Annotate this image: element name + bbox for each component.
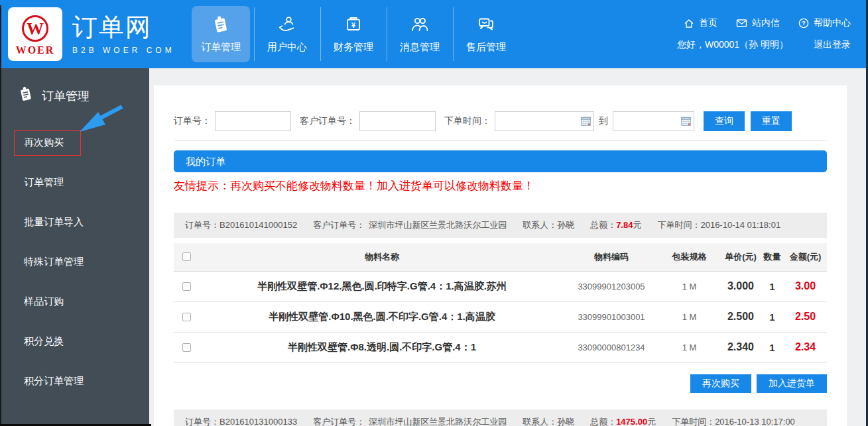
unit-price: 2.340	[721, 332, 761, 362]
home-icon	[684, 19, 694, 28]
quantity: 1	[761, 332, 784, 362]
sidebar-item-sample-order[interactable]: 样品订购	[0, 282, 149, 321]
main-nav: 订单管理 用户中心	[188, 0, 519, 68]
table-row: 半刚性双壁管.Φ10.黑色.圆.不印字.G管.4：1.高温胶 330999010…	[174, 301, 827, 332]
sidebar-item-buy-again[interactable]: 再次购买	[0, 123, 149, 162]
nav-item-user-center[interactable]: 用户中心	[254, 0, 320, 68]
row-checkbox[interactable]	[182, 313, 191, 321]
order-time-label: 下单时间：	[657, 220, 700, 230]
col-material-code: 物料编码	[565, 243, 658, 271]
quantity: 1	[761, 301, 784, 332]
home-link[interactable]: 首页	[684, 17, 717, 29]
nav-item-order-management[interactable]: 订单管理	[188, 0, 254, 68]
user-center-icon	[277, 15, 297, 37]
reset-button[interactable]: 重置	[751, 111, 792, 131]
order-no-input[interactable]	[215, 111, 291, 131]
quantity: 1	[761, 271, 784, 301]
sidebar-item-points-order-management[interactable]: 积分订单管理	[0, 361, 149, 401]
material-name: 半刚性双壁管.Φ12.黑色.圆.印特字.G管.4：1.高温胶.苏州	[199, 271, 565, 301]
col-unit-price: 单价(元)	[721, 243, 761, 271]
customer-address: 深圳市坪山新区兰景北路沃尔工业园	[369, 417, 507, 426]
inbox-link[interactable]: 站内信	[736, 17, 780, 29]
customer-no-label: 客户订单号：	[313, 220, 365, 230]
sidebar-item-label: 样品订购	[24, 295, 64, 308]
amount: 3.00	[784, 271, 827, 301]
col-material-name: 物料名称	[199, 243, 565, 271]
main-panel: 订单号： 客户订单号： 下单时间： 到	[154, 85, 847, 426]
amount: 2.34	[784, 332, 827, 362]
table-row: 半刚性双壁管.Φ12.黑色.圆.印特字.G管.4：1.高温胶.苏州 330999…	[174, 271, 827, 301]
order-search-form: 订单号： 客户订单号： 下单时间： 到	[174, 111, 827, 131]
contact-label: 联系人：	[523, 417, 557, 426]
sidebar-item-label: 积分订单管理	[24, 375, 84, 388]
order-no-label: 订单号：	[185, 417, 219, 426]
order-time-label: 下单时间：	[444, 115, 491, 127]
package-spec: 1 M	[658, 271, 721, 301]
package-spec: 1 M	[658, 332, 721, 362]
sidebar-title-label: 订单管理	[42, 88, 90, 104]
sidebar-item-points-exchange[interactable]: 积分兑换	[0, 321, 149, 361]
sidebar-item-special-order-management[interactable]: 特殊订单管理	[0, 242, 149, 282]
amount: 2.50	[784, 301, 827, 332]
nav-item-message-management[interactable]: 消息管理	[387, 0, 453, 68]
total-unit: 元	[633, 220, 641, 230]
sidebar-menu: 再次购买 订单管理 批量订单导入 特殊订单管理 样品订购 积分兑换 积分订单管理	[0, 123, 149, 401]
customer-address: 深圳市坪山新区兰景北路沃尔工业园	[369, 220, 507, 230]
col-amount: 金额(元)	[784, 243, 827, 271]
buy-again-button[interactable]: 再次购买	[690, 374, 751, 393]
sidebar-item-label: 积分兑换	[24, 335, 64, 348]
material-name: 半刚性双壁管.Φ8.透明.圆.不印字.G管.4：1	[199, 332, 565, 362]
sidebar-item-label: 批量订单导入	[24, 216, 84, 229]
total-value: 7.84	[616, 220, 633, 230]
order-time-value: 2016-10-14 01:18:01	[700, 220, 780, 230]
package-spec: 1 M	[658, 301, 721, 332]
order-icon	[17, 85, 34, 106]
home-link-label: 首页	[699, 17, 717, 29]
nav-item-aftersale-management[interactable]: 售后管理	[453, 0, 519, 68]
woer-w-ring-icon: W	[20, 15, 50, 45]
order-no-label: 订单号：	[185, 220, 219, 230]
query-button[interactable]: 查询	[704, 111, 745, 131]
row-checkbox[interactable]	[182, 343, 191, 352]
order-no-value: B201610131000133	[219, 417, 297, 426]
help-link-label: 帮助中心	[814, 17, 851, 29]
order-actions: 再次购买 加入进货单	[174, 374, 827, 393]
row-checkbox[interactable]	[182, 282, 191, 291]
unit-price: 3.000	[721, 271, 761, 301]
site-subtitle: B2B WOER COM	[72, 46, 175, 55]
logo-brand-text: WOER	[16, 44, 55, 56]
date-to-label: 到	[599, 115, 608, 127]
window-left-edge	[0, 5, 1, 426]
unit-price: 2.500	[721, 301, 761, 332]
sidebar-item-order-management[interactable]: 订单管理	[0, 162, 149, 202]
friendly-notice: 友情提示：再次购买不能修改物料数量！加入进货单可以修改物料数量！	[174, 178, 827, 193]
calendar-icon[interactable]	[581, 117, 591, 126]
material-name: 半刚性双壁管.Φ10.黑色.圆.不印字.G管.4：1.高温胶	[199, 301, 565, 332]
help-link[interactable]: ? 帮助中心	[798, 17, 851, 29]
inbox-link-label: 站内信	[752, 17, 780, 29]
col-quantity: 数量	[761, 243, 784, 271]
customer-order-no-input[interactable]	[359, 111, 436, 131]
col-package-spec: 包装规格	[658, 243, 721, 271]
nav-label: 财务管理	[334, 41, 373, 54]
table-row: 半刚性双壁管.Φ8.透明.圆.不印字.G管.4：1 33090000801234…	[174, 332, 827, 362]
woer-logo-badge: W WOER	[8, 7, 62, 61]
nav-label: 订单管理	[201, 41, 241, 54]
order-time-label: 下单时间：	[672, 417, 715, 426]
contact-label: 联系人：	[523, 220, 557, 230]
sidebar-item-batch-order-import[interactable]: 批量订单导入	[0, 202, 149, 242]
user-greeting: 您好，W00001（孙 明明）	[677, 39, 788, 51]
top-header: W WOER 订单网 B2B WOER COM	[0, 0, 868, 68]
nav-item-finance-management[interactable]: ¥ 财务管理	[320, 0, 387, 68]
total-value: 1475.00	[616, 417, 647, 426]
woer-logo: W WOER 订单网 B2B WOER COM	[8, 7, 175, 61]
total-label: 总额：	[590, 220, 616, 230]
order-no-value: B201610141000152	[219, 220, 297, 230]
logout-link[interactable]: 退出登录	[814, 39, 851, 51]
date-from-input[interactable]	[495, 111, 594, 131]
add-to-cart-button[interactable]: 加入进货单	[757, 374, 827, 393]
select-all-checkbox[interactable]	[182, 252, 191, 261]
finance-icon: ¥	[343, 15, 363, 37]
calendar-icon[interactable]	[681, 117, 691, 126]
order-management-page: W WOER 订单网 B2B WOER COM	[0, 0, 868, 426]
